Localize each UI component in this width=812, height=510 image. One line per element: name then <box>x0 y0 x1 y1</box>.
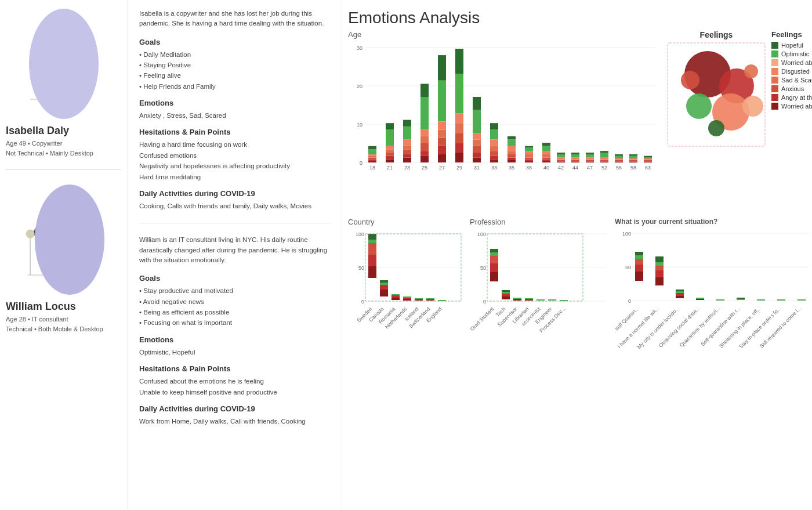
svg-rect-265 <box>635 265 643 272</box>
isabella-meta1: Age 49 • Copywriter <box>6 139 121 149</box>
svg-rect-81 <box>455 153 463 162</box>
william-details: William is an IT consultant living in NY… <box>139 235 330 426</box>
svg-rect-172 <box>629 159 637 160</box>
svg-rect-202 <box>368 243 376 255</box>
svg-point-192 <box>708 120 724 136</box>
svg-rect-101 <box>490 140 498 146</box>
svg-text:50: 50 <box>480 265 486 271</box>
legend-item-4: Sad & Scared <box>771 77 812 84</box>
isabella-emotions: Anxiety , Stress, Sad, Scared <box>139 110 330 121</box>
svg-rect-201 <box>368 255 376 266</box>
svg-rect-54 <box>386 130 394 146</box>
svg-rect-283 <box>757 299 765 301</box>
svg-rect-105 <box>507 160 516 162</box>
svg-point-187 <box>686 93 712 119</box>
svg-rect-74 <box>438 146 446 154</box>
isabella-meta2: Not Technical • Mainly Desktop <box>6 149 121 158</box>
svg-rect-43 <box>368 158 376 160</box>
svg-rect-49 <box>386 159 394 162</box>
svg-rect-180 <box>644 159 652 160</box>
legend-label-0: Hopeful <box>781 42 803 49</box>
svg-text:40: 40 <box>543 165 549 171</box>
svg-text:29: 29 <box>456 165 462 171</box>
svg-rect-95 <box>473 97 481 110</box>
svg-rect-174 <box>629 156 637 158</box>
svg-text:25: 25 <box>422 165 427 171</box>
svg-rect-272 <box>655 262 664 266</box>
svg-text:50: 50 <box>625 265 631 270</box>
svg-rect-117 <box>525 151 533 154</box>
svg-rect-276 <box>676 291 684 293</box>
svg-rect-114 <box>525 159 533 161</box>
svg-text:58: 58 <box>630 165 636 171</box>
svg-rect-153 <box>600 162 608 162</box>
svg-rect-266 <box>635 259 643 265</box>
svg-rect-99 <box>490 151 498 156</box>
svg-rect-275 <box>676 293 684 296</box>
feelings-legend: Feelings HopefulOptimisticWorried about … <box>771 30 812 111</box>
svg-rect-134 <box>557 154 565 158</box>
svg-rect-278 <box>696 299 704 300</box>
profession-chart: Profession 100 50 0 <box>470 218 609 415</box>
legend-label-5: Anxious <box>781 85 804 92</box>
svg-rect-103 <box>490 123 498 129</box>
william-emotions: Optimistic, Hopeful <box>139 347 330 357</box>
feelings-bubble: Feelings <box>667 30 766 149</box>
svg-rect-116 <box>525 154 533 158</box>
svg-rect-123 <box>542 158 550 160</box>
svg-rect-65 <box>420 156 429 162</box>
william-description: William is an IT consultant living in NY… <box>139 235 330 265</box>
svg-text:20: 20 <box>357 84 362 89</box>
svg-rect-156 <box>600 159 608 160</box>
svg-rect-42 <box>368 159 376 161</box>
svg-point-191 <box>744 64 758 78</box>
svg-rect-62 <box>403 126 411 140</box>
svg-text:Quarantine by authori...: Quarantine by authori... <box>679 305 722 348</box>
svg-text:50: 50 <box>358 265 364 271</box>
svg-rect-183 <box>644 156 652 157</box>
svg-rect-98 <box>490 156 498 160</box>
svg-rect-149 <box>586 158 594 160</box>
svg-rect-78 <box>438 81 446 122</box>
svg-text:0: 0 <box>360 160 362 166</box>
svg-rect-133 <box>557 158 565 160</box>
charts-bottom-row: Country 100 50 0 <box>348 218 806 415</box>
svg-rect-163 <box>615 160 623 161</box>
william-goals-title: Goals <box>139 274 330 283</box>
svg-rect-205 <box>380 290 388 296</box>
legend-label-1: Optimistic <box>781 50 809 57</box>
svg-rect-67 <box>420 143 429 151</box>
legend-label-3: Disgusted <box>781 68 810 75</box>
svg-text:Still required to come i...: Still required to come i... <box>759 305 802 349</box>
svg-rect-130 <box>557 161 565 161</box>
svg-rect-86 <box>455 74 463 114</box>
bubble-chart-svg <box>667 42 766 147</box>
svg-rect-77 <box>438 121 446 129</box>
svg-text:100: 100 <box>477 232 486 237</box>
svg-rect-164 <box>615 159 623 160</box>
isabella-goals-title: Goals <box>139 38 330 46</box>
isabella-details: Isabella is a copywriter and she has los… <box>139 9 330 211</box>
svg-rect-89 <box>473 158 481 163</box>
svg-rect-53 <box>386 146 394 150</box>
svg-rect-97 <box>490 159 498 162</box>
svg-rect-213 <box>403 298 411 299</box>
svg-rect-132 <box>557 159 565 160</box>
svg-rect-126 <box>542 146 550 151</box>
william-goals: • Stay productive and motivated • Avoid … <box>139 285 330 328</box>
svg-rect-110 <box>507 140 516 146</box>
svg-text:63: 63 <box>645 165 651 171</box>
svg-rect-71 <box>420 84 429 97</box>
legend-color-1 <box>771 50 778 57</box>
svg-rect-41 <box>368 161 376 162</box>
svg-rect-102 <box>490 130 498 140</box>
svg-rect-85 <box>455 113 463 123</box>
legend-title: Feelings <box>771 30 812 39</box>
svg-rect-245 <box>525 299 533 301</box>
isabella-description: Isabella is a copywriter and she has los… <box>139 9 330 29</box>
svg-point-29 <box>26 229 34 238</box>
svg-text:23: 23 <box>404 165 410 171</box>
legend-item-2: Worried about economy <box>771 59 812 66</box>
svg-rect-57 <box>403 158 411 163</box>
svg-rect-171 <box>629 160 637 161</box>
